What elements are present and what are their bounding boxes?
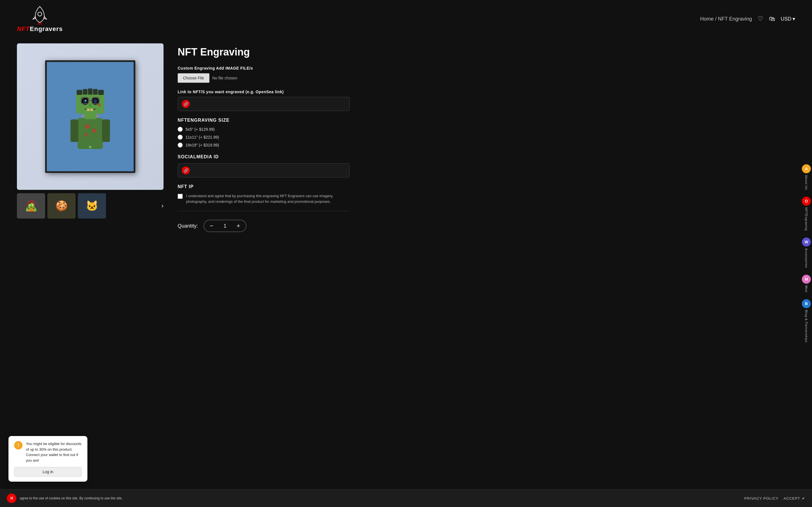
nft-ip-checkbox-wrapper: I understand and agree that by purchasin… (177, 193, 350, 204)
svg-rect-5 (70, 119, 79, 142)
divider (177, 211, 350, 211)
link-icon: 🔗 (182, 100, 190, 108)
social-media-wrapper: 🔗 (177, 163, 350, 177)
size-section: NFTENGRAVING SIZE 5x5" (+ $129.99) 11x11… (177, 118, 350, 148)
file-upload-label: Custom Engraving Add IMAGE FILE/s (177, 66, 350, 70)
quantity-value: 1 (219, 223, 231, 229)
log-in-button[interactable]: Log in (14, 467, 82, 476)
cookie-banner: ✕ agree to the use of cookies on this si… (0, 489, 812, 507)
svg-rect-4 (78, 118, 103, 149)
product-image-area: 🧟 🍪 🐱 › (17, 43, 163, 232)
svg-line-3 (41, 22, 42, 25)
product-form-area: NFT Engraving Custom Engraving Add IMAGE… (177, 43, 350, 232)
svg-point-7 (85, 124, 90, 129)
quantity-label: Quantity: (177, 223, 198, 229)
social-media-input[interactable] (193, 168, 345, 173)
size-radio-2[interactable] (177, 135, 183, 140)
nft-link-section: Link to NFT/S you want engraved (e.g. Op… (177, 90, 350, 111)
size-radio-1[interactable] (177, 127, 183, 132)
thumbnail-1[interactable]: 🧟 (17, 193, 45, 219)
nftengraving-avatar: O (802, 197, 811, 206)
size-radio-3[interactable] (177, 143, 183, 148)
file-input-area: Choose File No file chosen (177, 73, 350, 83)
svg-point-12 (96, 114, 99, 118)
file-upload-section: Custom Engraving Add IMAGE FILE/s Choose… (177, 66, 350, 83)
close-cookie-button[interactable]: ✕ (7, 494, 16, 503)
nft-ip-checkbox[interactable] (177, 194, 183, 199)
nft-ip-checkbox-text: I understand and agree that by purchasin… (186, 193, 350, 204)
sidebar-item-blog[interactable]: B Blog & Partnerships (801, 296, 812, 346)
svg-rect-16 (88, 89, 93, 95)
product-title: NFT Engraving (177, 46, 350, 58)
social-media-section: SOCIALMEDIA ID 🔗 (177, 154, 350, 177)
sidebar-item-accessories[interactable]: W Accessories (801, 234, 812, 271)
blog-label: Blog & Partnerships (805, 310, 808, 343)
breadcrumb-separator: / (715, 16, 718, 22)
quantity-decrease-button[interactable]: − (204, 220, 219, 231)
nft-ip-section: NFT IP I understand and agree that by pu… (177, 184, 350, 204)
size-option-2[interactable]: 11x11" (+ $221.99) (177, 135, 350, 140)
nft-link-input[interactable] (193, 102, 345, 107)
discount-popup: ! You might be eligible for discounts of… (8, 436, 87, 482)
svg-point-25 (94, 100, 97, 103)
svg-point-32 (89, 146, 92, 149)
warning-icon: ! (14, 441, 22, 450)
header-nav: Home / NFT Engraving ♡ 🛍 USD ▾ (700, 15, 795, 22)
rocket-logo-icon (31, 5, 48, 25)
mint-label: Mint (805, 286, 808, 293)
product-placeholder (17, 43, 163, 190)
svg-line-2 (38, 22, 39, 25)
cookie-actions: PRIVACY POLICY ACCEPT ✔ (744, 496, 805, 501)
cookie-text: agree to the use of cookies on this site… (20, 496, 123, 501)
thumbnail-3[interactable]: 🐱 (78, 193, 106, 219)
nftengraving-label: NFTEngraving (805, 208, 808, 231)
svg-point-11 (82, 114, 85, 118)
social-link-icon: 🔗 (182, 166, 190, 174)
main-content: 🧟 🍪 🐱 › NFT Engraving Custom Engraving A… (0, 38, 366, 249)
sidebar-item-mint[interactable]: M Mint (801, 272, 812, 296)
logo-text: NFTEngravers (17, 25, 63, 33)
size-option-3[interactable]: 19x19" (+ $319.99) (177, 143, 350, 148)
sidebar-item-about-us[interactable]: A About Us (801, 161, 812, 193)
svg-rect-14 (77, 90, 82, 95)
svg-point-26 (85, 100, 86, 101)
size-label-1: 5x5" (+ $129.99) (186, 127, 214, 131)
svg-point-9 (84, 133, 88, 136)
breadcrumb-current: NFT Engraving (718, 16, 752, 22)
breadcrumb-home[interactable]: Home (700, 16, 714, 22)
nft-link-wrapper: 🔗 (177, 97, 350, 111)
blog-avatar: B (802, 299, 811, 308)
popup-content: ! You might be eligible for discounts of… (14, 441, 82, 463)
about-us-avatar: A (802, 164, 811, 173)
wishlist-button[interactable]: ♡ (758, 15, 763, 22)
privacy-policy-link[interactable]: PRIVACY POLICY (744, 496, 778, 501)
header: NFTEngravers Home / NFT Engraving ♡ 🛍 US… (0, 0, 812, 38)
accessories-avatar: W (802, 237, 811, 246)
logo: NFTEngravers (17, 5, 63, 33)
thumbnail-next-button[interactable]: › (161, 202, 163, 210)
cart-button[interactable]: 🛍 (769, 15, 775, 22)
svg-rect-18 (98, 90, 104, 95)
quantity-increase-button[interactable]: + (231, 220, 246, 231)
header-icons: ♡ 🛍 USD ▾ (758, 15, 795, 22)
social-media-title: SOCIALMEDIA ID (177, 154, 350, 159)
quantity-row: Quantity: − 1 + (177, 220, 350, 232)
nft-link-label: Link to NFT/S you want engraved (e.g. Op… (177, 90, 350, 94)
popup-text: You might be eligible for discounts of u… (26, 441, 82, 463)
accept-checkmark: ✔ (802, 496, 805, 501)
thumbnail-2[interactable]: 🍪 (47, 193, 75, 219)
nft-ip-title: NFT IP (177, 184, 350, 189)
accept-cookie-button[interactable]: ACCEPT ✔ (783, 496, 805, 501)
svg-point-8 (93, 129, 96, 133)
artwork-frame (45, 60, 135, 173)
svg-rect-29 (90, 109, 93, 111)
svg-rect-17 (93, 89, 98, 95)
size-option-1[interactable]: 5x5" (+ $129.99) (177, 127, 350, 132)
currency-selector[interactable]: USD ▾ (781, 16, 795, 22)
mint-avatar: M (802, 275, 811, 284)
svg-point-0 (38, 12, 42, 16)
svg-rect-15 (83, 89, 87, 95)
sidebar-item-nftengraving[interactable]: O NFTEngraving (801, 193, 812, 234)
choose-file-button[interactable]: Choose File (177, 73, 209, 83)
breadcrumb: Home / NFT Engraving (700, 16, 752, 22)
